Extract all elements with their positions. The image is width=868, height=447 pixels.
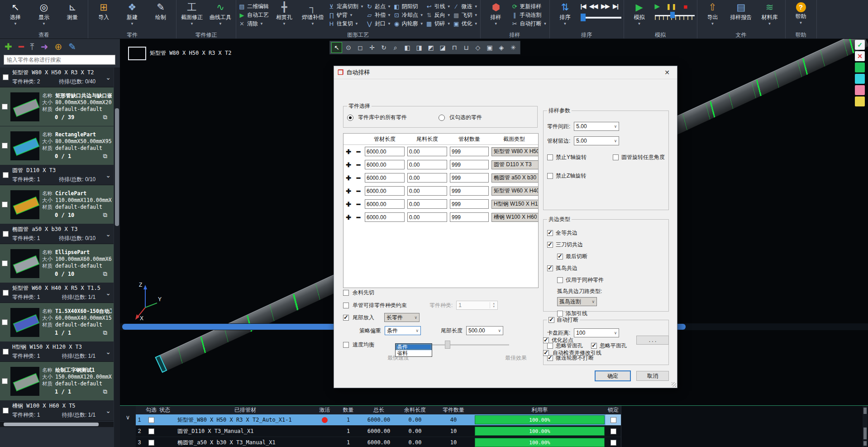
add-row-button[interactable]: ✚ <box>343 214 353 221</box>
part-group-row[interactable]: 槽钢 W100 X H60 X T5 零件种类: 1 待排/总数: 1/1 ⌄ <box>0 401 114 421</box>
coedge-checkbox[interactable] <box>547 265 553 271</box>
chevron-down-icon[interactable]: ⌄ <box>105 289 111 297</box>
part-checkbox[interactable] <box>2 319 8 325</box>
fix-height-cut-button[interactable]: ⊻定高切割▼ <box>328 3 364 10</box>
tail-length-input[interactable] <box>407 199 447 209</box>
pipe-qty-input[interactable] <box>450 160 489 169</box>
weld-comp-button[interactable]: ┐焊缝补偿▼ <box>300 1 326 31</box>
part-search-input[interactable] <box>4 55 115 65</box>
slider-knob[interactable] <box>670 12 675 18</box>
slider-knob[interactable] <box>581 14 586 21</box>
nested-pipe-row[interactable]: 3 椭圆管_a50 X b30 X T3_Manual_X1 1 6000.00… <box>136 437 621 447</box>
group-checkbox[interactable] <box>3 172 9 178</box>
add-row-button[interactable]: ✚ <box>343 148 353 155</box>
strategy-option[interactable]: 省料 <box>396 350 432 356</box>
lock-checkbox[interactable] <box>610 417 616 423</box>
auto-break-button[interactable]: ✂自动打断▼ <box>511 20 547 28</box>
copy-icon[interactable]: ⧉ <box>103 329 107 336</box>
remove-row-button[interactable]: ━ <box>353 161 363 168</box>
group-checkbox[interactable] <box>3 408 9 413</box>
remove-row-button[interactable]: ━ <box>353 148 363 155</box>
coedge-checkbox[interactable] <box>547 242 553 248</box>
lock-checkbox[interactable] <box>610 428 616 434</box>
update-nest-button[interactable]: ⟳更新排样 <box>511 3 547 10</box>
new-part-button[interactable]: ❖新建▼ <box>119 1 145 31</box>
view-top-icon[interactable]: ⊓ <box>449 42 460 53</box>
pan-icon[interactable]: ✛ <box>367 42 377 53</box>
stop-icon[interactable]: ■ <box>683 3 687 10</box>
viewport-settings-icon[interactable]: ✳ <box>508 42 519 53</box>
remove-row-button[interactable]: ━ <box>353 174 363 182</box>
part-card[interactable]: 名称 矩形管缺口共边与缺口嵌套排 大小 80.00mmX50.00mmX200.… <box>0 87 114 126</box>
compensate-button[interactable]: ▱补偿▼ <box>366 11 391 19</box>
pipe-qty-input[interactable] <box>450 212 489 222</box>
section-type-combo[interactable]: 圆管 D110 X T3∨ <box>491 160 539 169</box>
part-checkbox[interactable] <box>2 104 8 110</box>
step-back-button[interactable]: ◀◀ <box>589 3 597 10</box>
section-type-combo[interactable]: 矩型管 W60 X H40 X R5 X T1.5∨ <box>491 187 539 196</box>
pipe-length-input[interactable] <box>365 212 405 222</box>
lock-view-icon[interactable]: ◈ <box>496 42 507 53</box>
pipe-length-input[interactable] <box>365 199 405 209</box>
tail-length-input[interactable] <box>407 160 447 169</box>
optimize-button[interactable]: ▣优化▼ <box>453 20 478 28</box>
import-button[interactable]: ⊞导入 <box>91 1 117 31</box>
clear-button[interactable]: ✕清除▼ <box>238 20 269 28</box>
tail-length-combo[interactable]: 500.00∨ <box>466 326 503 335</box>
single-pipe-constraint-checkbox[interactable] <box>343 303 349 308</box>
material-lib-button[interactable]: ≋材料库▼ <box>757 1 783 31</box>
sidebar-horizontal-scrollbar[interactable] <box>0 422 114 427</box>
optimize-start-options-button[interactable]: . . . <box>636 336 669 345</box>
copy-icon[interactable]: ⧉ <box>103 270 107 278</box>
tail-length-input[interactable] <box>407 147 447 156</box>
speed-balance-slider[interactable] <box>423 341 509 349</box>
draw-button[interactable]: ✎绘制 <box>148 1 174 31</box>
island-path-type-combo[interactable]: 孤岛连割∨ <box>557 297 597 306</box>
sort-speed-slider[interactable] <box>581 17 621 19</box>
pipe-qty-input[interactable] <box>450 173 489 183</box>
group-checkbox[interactable] <box>3 231 9 237</box>
pipe-qty-input[interactable] <box>450 147 489 156</box>
remove-row-button[interactable]: ━ <box>353 187 363 195</box>
all-parts-radio[interactable] <box>347 115 353 121</box>
measure-button[interactable]: ⊾测量 <box>59 1 86 31</box>
edge-margin-combo[interactable]: 5.00∨ <box>574 136 619 145</box>
row-checkbox[interactable] <box>148 428 154 434</box>
part-gap-combo[interactable]: 5.00∨ <box>574 122 619 131</box>
zoom-window-icon[interactable]: ◻ <box>355 42 366 53</box>
curve-tool-button[interactable]: ∿曲线工具▼ <box>207 1 234 31</box>
part-card[interactable]: 名称 RectanglePart 大小 80.00mmX50.00mmX95.0… <box>0 126 114 165</box>
part-card[interactable]: 名称 绘制工字钢测试1 大小 150.00mmX120.00mmX590.00m… <box>0 362 114 401</box>
swatch-green-icon[interactable] <box>855 62 865 72</box>
view-front-icon[interactable]: ◧ <box>402 42 413 53</box>
remove-row-button[interactable]: ━ <box>353 214 363 221</box>
row-checkbox[interactable] <box>148 417 154 423</box>
pipe-length-input[interactable] <box>365 186 405 196</box>
nested-pipe-row[interactable]: 1 矩型管_W80 X H50 X R3 X T2_Auto_X1-1 1 60… <box>136 414 621 426</box>
row-checkbox[interactable] <box>148 440 154 446</box>
simulate-button[interactable]: ▶模拟▼ <box>626 1 653 31</box>
edit-part-icon[interactable]: ✎ <box>68 41 76 52</box>
yinyang-cut-button[interactable]: ◧阴阳切 <box>393 3 424 10</box>
pipe-qty-input[interactable] <box>450 186 489 196</box>
part-checkbox[interactable] <box>2 378 8 384</box>
part-checkbox[interactable] <box>2 260 8 266</box>
swatch-cyan-icon[interactable] <box>855 74 865 84</box>
add-row-button[interactable]: ✚ <box>343 201 353 208</box>
section-fix-button[interactable]: 工截面修正▼ <box>179 1 205 31</box>
view-back-icon[interactable]: ◨ <box>414 42 424 53</box>
group-checkbox[interactable] <box>3 74 9 80</box>
close-icon[interactable]: ✕ <box>657 66 677 79</box>
shred-button[interactable]: ▦切碎▼ <box>426 20 451 28</box>
play-icon[interactable]: ▶ <box>655 2 660 10</box>
tail-insert-combo[interactable]: 长零件∨ <box>384 313 420 322</box>
pause-icon[interactable]: ❚❚ <box>666 3 677 10</box>
step-first-button[interactable]: |◀ <box>581 3 586 10</box>
help-button[interactable]: ?帮助▼ <box>788 1 814 31</box>
view-left-icon[interactable]: ◩ <box>425 42 436 53</box>
slider-knob[interactable] <box>445 341 450 349</box>
auto-break-checkbox[interactable] <box>548 317 554 323</box>
cursor-button[interactable]: ↖选择▼ <box>2 1 29 31</box>
nested-pipe-row[interactable]: 2 圆管_D110 X T3_Manual_X1 1 6000.00 0.00 … <box>136 426 621 437</box>
report-button[interactable]: ▤排样报告 <box>728 1 754 31</box>
